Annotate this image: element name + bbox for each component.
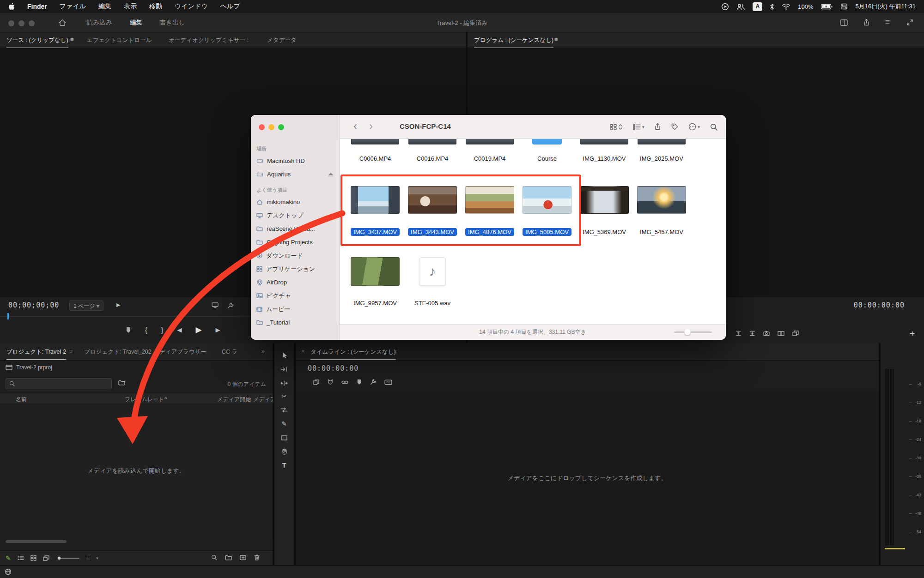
sidebar-item-desktop[interactable]: デスクトップ [251,209,339,222]
extract-icon[interactable] [749,331,755,336]
bluetooth-icon[interactable] [770,3,774,10]
step-forward-icon[interactable]: ▶ [215,326,220,333]
source-zoom-select[interactable]: 1 ページ ▾ [69,301,103,311]
horizontal-scrollbar[interactable] [6,540,67,543]
tab-project-travel2[interactable]: プロジェクト: Travel-2 [6,348,66,360]
file-item[interactable]: IMG_1130.MOV [578,139,631,163]
menu-app-finder[interactable]: Finder [27,3,47,10]
sidebar-item-applications[interactable]: アプリケーション [251,262,339,276]
menu-help[interactable]: ヘルプ [220,2,240,11]
tab-program-monitor[interactable]: プログラム : (シーケンスなし) [474,36,553,48]
add-marker-icon[interactable] [126,327,131,333]
output-settings-icon[interactable] [212,302,219,308]
lift-icon[interactable] [736,331,742,336]
file-item[interactable]: C0016.MP4 [406,139,459,163]
export-frame-icon[interactable] [763,331,770,336]
menu-bar-clock[interactable]: 5月16日(火) 午前11:31 [855,2,916,11]
ripple-edit-tool-icon[interactable] [274,377,294,389]
now-playing-icon[interactable] [721,3,729,11]
new-bin-icon[interactable] [225,555,232,560]
panel-menu-icon[interactable]: ≡ [394,348,397,355]
column-framerate[interactable]: フレームレート [125,396,164,403]
sidebar-item-home[interactable]: mikiomakino [251,195,339,209]
compare-view-icon[interactable] [778,331,784,336]
file-item[interactable]: IMG_2025.MOV [635,139,688,163]
apple-menu[interactable] [8,3,15,11]
traffic-lights[interactable] [259,124,288,132]
more-actions-icon[interactable]: ▾ [688,123,700,131]
slip-tool-icon[interactable] [274,404,294,416]
workspace-icon[interactable] [840,19,848,26]
project-file-row[interactable]: Travel-2.prproj [6,364,52,371]
sidebar-item-ongoing-projects[interactable]: Ongoing Projects [251,235,339,249]
tab-audio-clip-mixer[interactable]: オーディオクリップミキサー : [169,36,249,44]
sidebar-item-pictures[interactable]: ピクチャ [251,289,339,302]
quick-export-icon[interactable] [863,18,870,26]
forward-icon[interactable]: › [369,120,373,132]
column-media-start[interactable]: メディア開始 [217,396,251,403]
file-item[interactable]: IMG_5369.MOV [578,186,631,236]
source-playhead[interactable] [7,313,9,319]
sort-options-icon[interactable]: ≡ [86,554,90,561]
project-search-input[interactable] [6,378,112,389]
menu-file[interactable]: ファイル [60,2,86,11]
sidebar-item-macintosh-hd[interactable]: Macintosh HD [251,154,339,168]
pen-tool-icon[interactable]: ✎ [274,418,294,430]
file-item[interactable]: C0019.MP4 [463,139,517,163]
insert-nest-icon[interactable] [313,379,319,385]
sidebar-item-aquarius[interactable]: Aquarius [251,168,339,181]
minimize-window-icon[interactable] [268,124,274,130]
folder-item[interactable]: Course [520,139,574,163]
timeline-settings-wrench-icon[interactable] [370,379,376,385]
mark-in-icon[interactable]: { [145,326,147,334]
back-icon[interactable]: ‹ [353,120,357,132]
play-indicator-icon[interactable]: ▶ [116,302,120,308]
button-editor-plus-icon[interactable]: + [910,329,915,339]
hand-tool-icon[interactable] [274,446,294,458]
menu-edit[interactable]: 編集 [98,2,111,11]
freeform-view-icon[interactable] [43,555,49,561]
sort-asc-icon[interactable]: ^ [164,396,167,402]
settings-wrench-icon[interactable] [227,302,234,309]
step-back-icon[interactable]: ◀ [177,326,182,333]
group-by-icon[interactable]: ▾ [632,124,644,130]
tab-effect-controls[interactable]: エフェクトコントロール [87,36,152,44]
captions-icon[interactable]: CC [384,379,392,385]
users-icon[interactable] [736,3,745,10]
eject-icon[interactable] [328,172,334,177]
timeline-drop-area[interactable]: メディアをここにドロップしてシーケンスを作成します。 [296,391,879,565]
tab-media-browser[interactable]: メディアブラウザー [153,348,207,356]
tab-project-travel202[interactable]: プロジェクト: Travel_202 [84,348,152,356]
linked-selection-icon[interactable] [341,380,348,384]
tab-source-monitor[interactable]: ソース : (クリップなし) [6,36,68,48]
sync-globe-icon[interactable] [5,568,12,575]
sidebar-item-tutorial[interactable]: _Tutorial [251,316,339,329]
sidebar-item-creascene[interactable]: reaScene Produ... [251,222,339,235]
tab-timeline[interactable]: タイムライン : (シーケンスなし) [310,348,396,360]
razor-tool-icon[interactable]: ✂ [274,390,294,402]
input-source-icon[interactable]: A [753,2,762,11]
selection-tool-icon[interactable] [274,349,294,361]
share-icon[interactable] [654,123,661,131]
close-window-icon[interactable] [259,124,265,130]
tab-overflow-icon[interactable]: » [261,348,265,355]
sidebar-item-downloads[interactable]: ダウンロード [251,249,339,262]
play-button-icon[interactable]: ▶ [195,325,201,335]
zoom-slider[interactable] [56,556,80,560]
tab-cc-libraries[interactable]: CC ラ [222,348,237,356]
menu-window[interactable]: ウインドウ [175,2,208,11]
panel-menu-icon[interactable]: ≡ [70,36,74,43]
project-column-header[interactable]: 名前 フレームレート ^ メディア開始 メディア終了 [0,393,273,404]
panel-menu-icon[interactable]: ≡ [69,348,73,355]
add-marker-icon[interactable] [357,379,362,385]
project-empty-area[interactable]: メディアを読み込んで開始します。 [0,404,273,538]
view-switcher[interactable] [610,124,622,130]
fullscreen-icon[interactable] [906,19,913,26]
track-select-tool-icon[interactable] [274,363,294,375]
type-tool-icon[interactable]: T [274,459,294,471]
panel-menu-icon[interactable]: ≡ [554,36,558,43]
sidebar-item-movies[interactable]: ムービー [251,302,339,316]
mark-out-icon[interactable]: } [161,326,164,334]
sidebar-item-airdrop[interactable]: AirDrop [251,276,339,289]
new-item-icon[interactable] [240,555,246,560]
